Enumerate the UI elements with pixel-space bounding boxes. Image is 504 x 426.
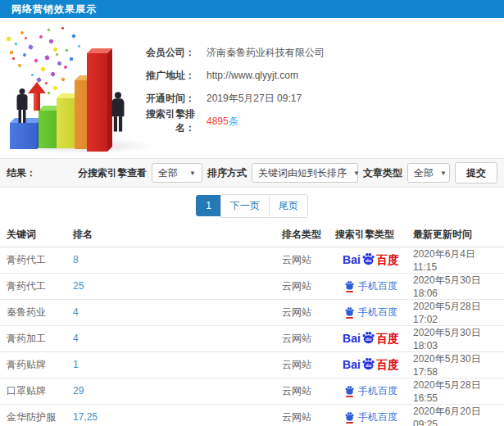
mobile-baidu-icon: 手机百度 — [344, 279, 397, 293]
engine-type-cell: Bai du 百度 — [332, 247, 410, 273]
submit-button[interactable]: 提交 — [455, 162, 497, 184]
rank-type-cell: 云网站 — [279, 273, 332, 299]
last-page-button[interactable]: 尾页 — [269, 194, 308, 218]
rank-type-cell: 云网站 — [279, 404, 332, 426]
mobile-paw-icon — [344, 385, 355, 397]
chevron-down-icon: ▼ — [440, 170, 447, 177]
company-link[interactable]: 济南秦鲁药业科技有限公司 — [207, 46, 325, 60]
engine-type-cell: Bai du 百度 — [332, 325, 410, 351]
marketing-chart-illustration — [0, 18, 160, 156]
ranking-unit: 条 — [229, 116, 238, 127]
engine-filter-label: 分搜索引擎查看 — [78, 166, 147, 180]
chevron-down-icon: ▼ — [353, 170, 360, 177]
results-table: 关键词 排名 排名类型 搜索引擎类型 最新更新时间 膏药代工 8 云网站 Bai… — [0, 224, 504, 426]
pagination: 1 下一页 尾页 — [0, 188, 504, 224]
engine-filter-value: 全部 — [158, 166, 178, 180]
next-page-button[interactable]: 下一页 — [220, 194, 270, 218]
bar-blue — [10, 123, 37, 149]
rank-cell[interactable]: 8 — [70, 247, 279, 273]
page-1-button[interactable]: 1 — [196, 195, 221, 216]
baidu-paw-icon: du — [361, 330, 375, 344]
article-type-value: 全部 — [414, 166, 434, 180]
chevron-down-icon: ▼ — [189, 170, 196, 177]
table-row: 膏药代工 8 云网站 Bai du 百度 2020年6月4日 11:15 — [0, 247, 504, 273]
mobile-paw-icon — [344, 411, 355, 424]
company-row: 会员公司： 济南秦鲁药业科技有限公司 — [138, 41, 325, 64]
article-type-select[interactable]: 全部 ▼ — [407, 163, 450, 183]
growth-arrow-icon — [28, 82, 46, 111]
baidu-logo-icon: Bai du 百度 — [343, 252, 399, 268]
table-row: 膏药贴牌 1 云网站 Bai du 百度 2020年5月30日 17:58 — [0, 351, 504, 378]
table-header-row: 关键词 排名 排名类型 搜索引擎类型 最新更新时间 — [0, 224, 504, 247]
mobile-paw-icon — [344, 280, 355, 292]
table-row: 秦鲁药业 4 云网站 手机百度 2020年5月28日 — [0, 299, 504, 325]
keyword-cell: 膏药代工 — [0, 273, 70, 299]
rank-cell[interactable]: 4 — [70, 325, 279, 351]
company-label: 会员公司： — [138, 46, 195, 60]
table-row: 膏药加工 4 云网站 Bai du 百度 2020年5月30日 18:03 — [0, 325, 504, 351]
baidu-paw-icon: du — [361, 252, 375, 265]
window-titlebar: 网络营销效果展示 — [0, 0, 504, 18]
businessman-right-figure — [109, 92, 128, 139]
rank-cell[interactable]: 4 — [70, 299, 279, 325]
rank-type-cell: 云网站 — [279, 351, 332, 378]
promo-url-row: 推广地址： http://www.qlyyjt.com — [138, 64, 325, 87]
updated-time-cell: 2020年5月30日 18:03 — [410, 325, 504, 351]
engine-type-cell: 手机百度 — [332, 378, 410, 404]
updated-time-cell: 2020年5月28日 17:02 — [410, 299, 504, 325]
rank-type-cell: 云网站 — [279, 378, 332, 404]
rank-cell[interactable]: 29 — [70, 378, 279, 404]
keyword-cell: 膏药代工 — [0, 247, 70, 273]
col-header-keyword: 关键词 — [0, 224, 70, 247]
keyword-cell: 口罩贴牌 — [0, 378, 70, 404]
engine-type-cell: Bai du 百度 — [332, 351, 410, 378]
businessman-left-figure — [15, 88, 30, 123]
updated-time-cell: 2020年5月30日 17:58 — [410, 351, 504, 378]
sort-label: 排序方式 — [207, 166, 247, 180]
rank-cell[interactable]: 17,25 — [70, 404, 279, 426]
col-header-rank: 排名 — [70, 224, 279, 247]
svg-text:du: du — [366, 258, 372, 263]
engine-type-cell: 手机百度 — [332, 299, 410, 325]
updated-time-cell: 2020年5月28日 16:55 — [410, 378, 504, 404]
col-header-updated: 最新更新时间 — [410, 224, 504, 247]
red-underline — [346, 396, 353, 397]
engine-ranking-label: 搜索引擎排名： — [138, 107, 195, 135]
keyword-cell: 金华防护服 — [0, 404, 70, 426]
rank-type-cell: 云网站 — [279, 325, 332, 351]
table-row: 金华防护服 17,25 云网站 手机百度 2020年6 — [0, 404, 504, 426]
mobile-baidu-icon: 手机百度 — [344, 306, 397, 320]
mobile-baidu-icon: 手机百度 — [344, 384, 397, 398]
opened-time-value: 2019年5月27日 09:17 — [207, 92, 302, 106]
ranking-count: 4895 — [207, 116, 229, 127]
svg-text:du: du — [366, 363, 372, 368]
opened-time-row: 开通时间： 2019年5月27日 09:17 — [138, 87, 325, 110]
bar-red — [87, 53, 107, 152]
baidu-logo-icon: Bai du 百度 — [343, 330, 399, 347]
member-info: 会员公司： 济南秦鲁药业科技有限公司 推广地址： http://www.qlyy… — [138, 41, 325, 133]
mobile-baidu-icon: 手机百度 — [344, 410, 397, 424]
engine-type-cell: 手机百度 — [332, 404, 410, 426]
promo-url-link[interactable]: http://www.qlyyjt.com — [207, 70, 298, 81]
opened-time-label: 开通时间： — [138, 92, 195, 106]
engine-type-cell: 手机百度 — [332, 273, 410, 299]
article-type-label: 文章类型 — [363, 166, 402, 180]
page-title: 网络营销效果展示 — [11, 2, 97, 16]
keyword-cell: 膏药贴牌 — [0, 351, 70, 378]
filter-controls: 分搜索引擎查看 全部 ▼ 排序方式 关键词由短到长排序 ▼ 文章类型 全部 ▼ … — [78, 162, 497, 184]
updated-time-cell: 2020年6月20日 09:25 — [410, 404, 504, 426]
rank-cell[interactable]: 1 — [70, 351, 279, 378]
table-row: 口罩贴牌 29 云网站 手机百度 2020年5月28日 — [0, 378, 504, 404]
red-underline — [346, 317, 353, 319]
svg-text:du: du — [366, 337, 372, 342]
updated-time-cell: 2020年6月4日 11:15 — [410, 247, 504, 273]
red-underline — [346, 422, 353, 424]
col-header-engine-type: 搜索引擎类型 — [332, 224, 410, 247]
red-underline — [346, 291, 353, 292]
result-label: 结果： — [7, 166, 36, 180]
updated-time-cell: 2020年5月30日 18:06 — [410, 273, 504, 299]
engine-filter-select[interactable]: 全部 ▼ — [152, 163, 202, 183]
col-header-rank-type: 排名类型 — [279, 224, 332, 247]
sort-select[interactable]: 关键词由短到长排序 ▼ — [252, 163, 358, 183]
rank-cell[interactable]: 25 — [70, 273, 279, 299]
